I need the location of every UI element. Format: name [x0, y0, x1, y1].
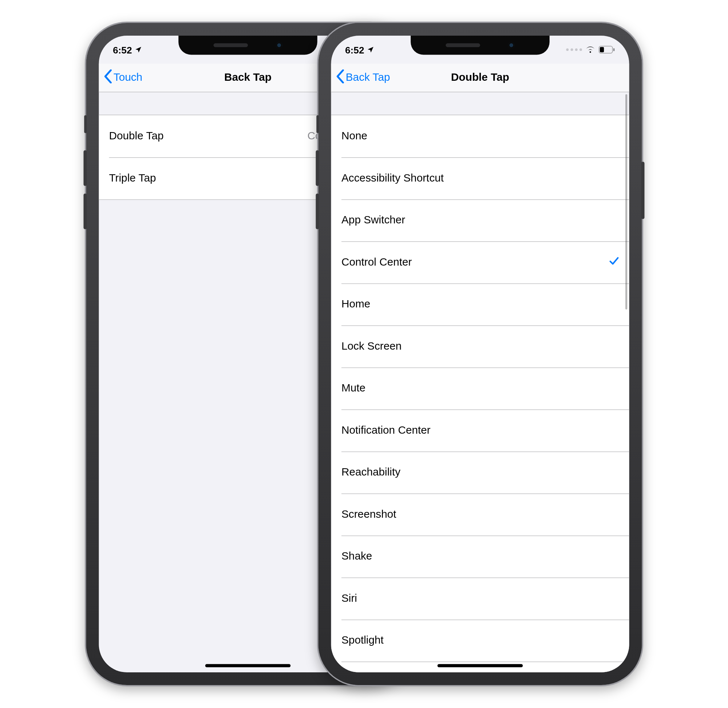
option-control-center[interactable]: Control Center	[331, 241, 629, 283]
options-table: None Accessibility Shortcut App Switcher…	[331, 115, 629, 672]
volume-up-button	[84, 150, 87, 186]
back-label: Touch	[113, 71, 142, 84]
option-none[interactable]: None	[331, 115, 629, 158]
home-indicator[interactable]	[205, 664, 291, 667]
option-shake[interactable]: Shake	[331, 535, 629, 578]
chevron-left-icon	[104, 69, 112, 86]
option-label: Notification Center	[341, 424, 619, 437]
phone-right: 6:52	[318, 23, 642, 685]
svg-rect-4	[600, 47, 604, 52]
home-indicator[interactable]	[437, 664, 523, 667]
option-label: App Switcher	[341, 214, 619, 227]
option-spotlight[interactable]: Spotlight	[331, 620, 629, 662]
status-time: 6:52	[345, 44, 364, 55]
chevron-left-icon	[336, 69, 345, 86]
two-phone-stage: 6:52	[0, 0, 728, 708]
mute-switch	[316, 115, 319, 133]
scroll-indicator[interactable]	[625, 94, 627, 310]
volume-down-button	[84, 194, 87, 229]
volume-up-button	[316, 150, 319, 186]
option-label: Spotlight	[341, 634, 619, 647]
notch	[411, 36, 550, 55]
back-label: Back Tap	[346, 71, 390, 84]
nav-bar: Back Tap Double Tap	[331, 64, 629, 93]
option-label: Lock Screen	[341, 340, 619, 353]
row-label: Double Tap	[109, 130, 308, 143]
option-label: Control Center	[341, 256, 609, 269]
svg-rect-5	[613, 48, 615, 51]
content-area[interactable]: None Accessibility Shortcut App Switcher…	[331, 92, 629, 672]
back-button[interactable]: Back Tap	[331, 69, 390, 86]
power-button	[641, 162, 645, 219]
option-notification-center[interactable]: Notification Center	[331, 409, 629, 451]
option-accessibility-shortcut[interactable]: Accessibility Shortcut	[331, 157, 629, 199]
option-siri[interactable]: Siri	[331, 577, 629, 620]
option-label: Shake	[341, 550, 619, 563]
earpiece-speaker	[214, 43, 248, 47]
option-label: None	[341, 130, 619, 143]
option-label: Screenshot	[341, 508, 619, 521]
option-label: Home	[341, 298, 619, 311]
option-home[interactable]: Home	[331, 283, 629, 326]
option-mute[interactable]: Mute	[331, 367, 629, 410]
mute-switch	[84, 115, 87, 133]
location-icon	[367, 46, 375, 54]
group-spacer	[331, 92, 629, 115]
earpiece-speaker	[446, 43, 481, 47]
option-label: Siri	[341, 592, 619, 605]
front-camera	[276, 42, 282, 49]
volume-down-button	[316, 194, 319, 229]
option-label: Accessibility Shortcut	[341, 172, 619, 185]
back-button[interactable]: Touch	[99, 69, 143, 86]
option-screenshot[interactable]: Screenshot	[331, 493, 629, 535]
location-icon	[135, 46, 142, 54]
checkmark-icon	[609, 256, 619, 269]
front-camera	[508, 42, 515, 49]
status-time: 6:52	[113, 44, 132, 55]
phone-screen: 6:52	[331, 36, 629, 672]
option-label: Reachability	[341, 466, 619, 479]
option-lock-screen[interactable]: Lock Screen	[331, 325, 629, 367]
battery-icon	[599, 46, 616, 54]
notch	[178, 36, 317, 55]
wifi-icon	[585, 46, 596, 54]
option-label: Mute	[341, 382, 619, 395]
page-dots-icon	[566, 48, 582, 51]
option-app-switcher[interactable]: App Switcher	[331, 199, 629, 242]
option-reachability[interactable]: Reachability	[331, 451, 629, 494]
